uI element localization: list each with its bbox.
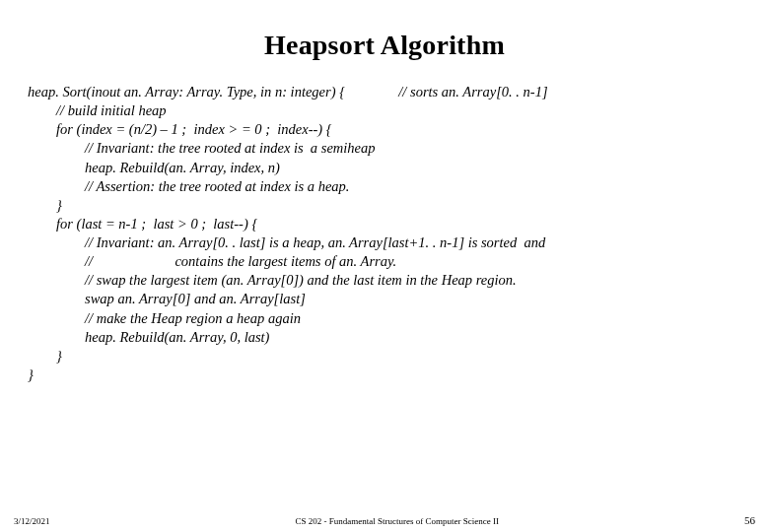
code-line-13: // make the Heap region a heap again: [28, 310, 301, 326]
code-line-12: swap an. Array[0] and an. Array[last]: [28, 291, 306, 306]
code-line-14: heap. Rebuild(an. Array, 0, last): [28, 329, 269, 345]
slide: Heapsort Algorithm heap. Sort(inout an. …: [0, 0, 769, 532]
code-line-1b: // sorts an. Array[0. . n-1]: [398, 84, 547, 100]
footer: 3/12/2021 CS 202 - Fundamental Structure…: [0, 514, 769, 526]
code-line-6: // Assertion: the tree rooted at index i…: [28, 178, 349, 194]
code-line-7: }: [28, 197, 62, 213]
slide-title: Heapsort Algorithm: [28, 30, 741, 61]
code-line-16: }: [28, 366, 34, 382]
code-block: heap. Sort(inout an. Array: Array. Type,…: [28, 83, 741, 384]
footer-date: 3/12/2021: [14, 516, 50, 526]
code-line-4: // Invariant: the tree rooted at index i…: [28, 140, 376, 156]
code-line-2: // build initial heap: [28, 102, 167, 118]
code-line-11: // swap the largest item (an. Array[0]) …: [28, 272, 517, 288]
code-line-5: heap. Rebuild(an. Array, index, n): [28, 160, 280, 175]
footer-page: 56: [744, 514, 755, 526]
code-line-3: for (index = (n/2) – 1 ; index > = 0 ; i…: [28, 121, 332, 137]
code-line-10: // contains the largest items of an. Arr…: [28, 253, 396, 269]
code-line-9: // Invariant: an. Array[0. . last] is a …: [28, 234, 549, 250]
code-line-1a: heap. Sort(inout an. Array: Array. Type,…: [28, 84, 345, 100]
footer-course: CS 202 - Fundamental Structures of Compu…: [50, 516, 744, 526]
code-line-15: }: [28, 348, 62, 364]
code-line-8: for (last = n-1 ; last > 0 ; last--) {: [28, 216, 257, 232]
